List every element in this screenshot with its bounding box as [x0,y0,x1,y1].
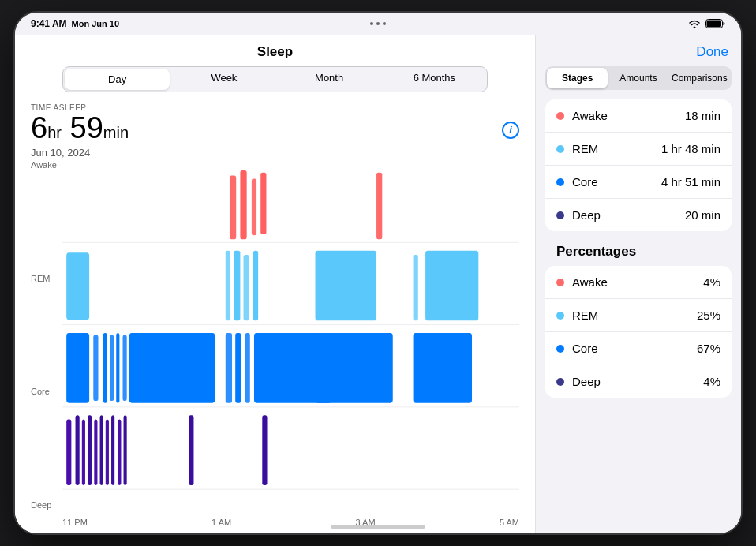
svg-rect-13 [234,251,240,321]
svg-rect-23 [116,333,119,403]
svg-rect-39 [111,415,114,485]
done-button[interactable]: Done [696,44,728,60]
pct-core-value: 67% [697,342,720,355]
deep-value: 20 min [685,208,720,222]
sleep-date: Jun 10, 2024 [31,147,519,159]
chart-inner: Awake REM Core Deep [31,160,519,533]
svg-rect-20 [93,335,98,400]
pct-awake-dot [556,279,564,286]
x-label-11pm: 11 PM [62,518,88,527]
right-header: Done [536,35,741,66]
x-axis-labels: 11 PM 1 AM 3 AM 5 AM [62,518,519,527]
percentages-list: Awake 4% REM 25% Core 67% [545,266,732,398]
pct-awake-value: 4% [703,275,720,289]
tab-week[interactable]: Week [171,67,276,92]
segment-stages[interactable]: Stages [547,68,608,88]
svg-rect-30 [316,333,393,403]
y-label-rem: REM [31,274,62,283]
svg-rect-15 [253,251,258,321]
sleep-title: Sleep [15,35,535,66]
min-unit: min [103,124,129,141]
stages-list: Awake 18 min REM 1 hr 48 min Core 4 hr 5… [545,99,732,231]
core-value: 4 hr 51 min [661,175,720,189]
svg-rect-31 [414,333,472,403]
pct-row-core: Core 67% [545,332,732,365]
rem-dot [556,145,564,153]
pct-deep-name: Deep [572,375,703,388]
pct-awake-name: Awake [572,275,703,289]
home-indicator [331,525,425,529]
rem-name: REM [572,142,661,155]
svg-rect-25 [129,333,215,403]
awake-name: Awake [572,109,685,122]
deep-name: Deep [572,208,685,222]
pct-row-deep: Deep 4% [545,365,732,398]
svg-rect-14 [244,255,249,320]
left-panel: Sleep Day Week Month 6 Months TIME ASLEE… [15,35,536,533]
status-dots [370,22,386,25]
deep-dot [556,211,564,219]
time-value: 6hr 59min [31,112,519,145]
svg-rect-7 [240,170,246,239]
hr-unit: hr [47,124,62,141]
core-dot [556,178,564,186]
stage-row-core: Core 4 hr 51 min [545,166,732,199]
pct-row-awake: Awake 4% [545,266,732,299]
hours: 6 [31,111,47,144]
sleep-chart-svg [62,160,519,510]
segment-control: Stages Amounts Comparisons [545,66,732,90]
ipad-frame: 9:41 AM Mon Jun 10 Sleep [15,13,741,533]
stage-row-deep: Deep 20 min [545,199,732,231]
segment-comparisons[interactable]: Comparisons [669,68,730,88]
svg-rect-17 [414,255,418,320]
x-label-5am: 5 AM [500,518,519,527]
svg-rect-41 [124,415,127,485]
stage-row-rem: REM 1 hr 48 min [545,133,732,166]
chart-container: Awake REM Core Deep [15,160,535,533]
pct-rem-value: 25% [697,309,720,322]
pct-deep-dot [556,378,564,386]
tab-bar: Day Week Month 6 Months [62,66,488,92]
svg-rect-1 [707,21,722,28]
svg-rect-10 [376,172,382,239]
time-asleep-label: TIME ASLEEP [31,103,519,112]
svg-rect-24 [123,335,127,400]
stage-row-awake: Awake 18 min [545,99,732,133]
tab-6months[interactable]: 6 Months [382,67,487,92]
awake-dot [556,112,564,120]
svg-rect-22 [110,335,114,400]
tab-day[interactable]: Day [65,69,170,90]
svg-rect-6 [230,175,236,239]
pct-row-rem: REM 25% [545,299,732,332]
status-bar: 9:41 AM Mon Jun 10 [15,13,741,35]
svg-rect-38 [106,419,109,484]
status-icons [688,19,725,28]
svg-rect-18 [425,251,478,321]
tab-month[interactable]: Month [277,67,382,92]
pct-rem-name: REM [572,309,697,322]
svg-rect-33 [76,415,80,485]
core-name: Core [572,175,661,189]
svg-rect-11 [66,252,89,320]
svg-rect-21 [103,333,107,403]
segment-amounts[interactable]: Amounts [608,68,668,88]
x-label-1am: 1 AM [211,518,231,527]
awake-value: 18 min [685,109,720,122]
svg-rect-35 [88,415,92,485]
sleep-stats: TIME ASLEEP 6hr 59min Jun 10, 2024 i [15,100,535,160]
svg-rect-43 [262,415,267,485]
y-axis-labels: Awake REM Core Deep [31,160,62,510]
right-panel: Done Stages Amounts Comparisons Awake 18… [536,35,741,533]
battery-icon [705,19,725,28]
svg-rect-19 [66,333,89,403]
svg-rect-37 [100,415,103,485]
svg-rect-42 [189,415,193,485]
main-content: Sleep Day Week Month 6 Months TIME ASLEE… [15,35,741,533]
y-label-awake: Awake [31,160,62,170]
rem-value: 1 hr 48 min [661,142,720,155]
svg-rect-8 [252,178,256,235]
svg-rect-16 [316,251,377,321]
info-icon[interactable]: i [502,122,519,139]
svg-rect-27 [235,333,241,403]
svg-rect-32 [66,419,71,484]
